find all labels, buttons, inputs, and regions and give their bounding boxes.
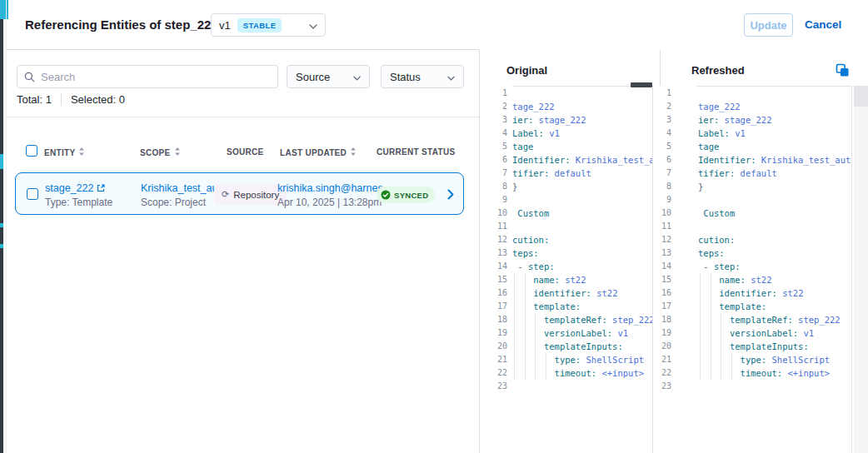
code-token: <+input>: [596, 368, 644, 378]
refreshed-code-editor[interactable]: 12tage_2223ier: stage_2224Label: v15tage…: [658, 87, 851, 453]
column-last-updated[interactable]: LAST UPDATED: [280, 147, 357, 157]
code-token: Identifier:: [512, 155, 571, 165]
indent-guide: [721, 313, 721, 326]
indent-guide: [721, 366, 721, 380]
line-number: 10: [658, 207, 671, 220]
update-button[interactable]: Update: [744, 13, 793, 37]
sort-icon[interactable]: [174, 147, 181, 157]
line-number: 18: [486, 313, 507, 326]
code-token: [698, 301, 719, 311]
line-number: 12: [658, 233, 671, 246]
line-number: 18: [658, 313, 671, 326]
entity-link[interactable]: stage_222: [45, 182, 105, 194]
background-app-accent: [0, 0, 8, 19]
code-token: [698, 275, 719, 285]
chevron-right-icon[interactable]: [443, 187, 458, 202]
updated-at: Apr 10, 2025 | 13:28pm: [277, 197, 374, 208]
indent-guide: [525, 273, 526, 286]
code-line: 3ier: stage_222: [658, 113, 851, 127]
select-all-checkbox[interactable]: [26, 145, 37, 157]
code-token: stage_222: [533, 115, 586, 125]
refreshed-right-border: [851, 86, 852, 453]
line-number: 11: [658, 220, 671, 233]
code-line: 11: [658, 220, 851, 233]
code-token: ShellScript: [766, 355, 830, 365]
code-line: 2tage_222: [658, 100, 851, 113]
line-number: 1: [658, 87, 671, 100]
column-scope[interactable]: SCOPE: [140, 147, 181, 157]
status-filter[interactable]: Status: [381, 65, 464, 88]
code-token: name:: [533, 275, 560, 285]
code-token: step_222: [793, 315, 841, 325]
indent-guide: [700, 273, 701, 286]
chevron-down-icon: [353, 71, 361, 83]
line-number: 20: [486, 340, 507, 353]
entity-type: Type: Template: [45, 197, 112, 208]
updated-by-link[interactable]: krishika.singh@harnes...: [277, 182, 392, 194]
background-nav-mark: [0, 223, 3, 227]
line-number: 21: [486, 353, 507, 366]
indent-guide: [535, 340, 536, 353]
code-line: 16 identifier: st22: [658, 286, 851, 300]
line-number: 9: [658, 193, 671, 207]
code-token: [512, 275, 533, 285]
code-token: step:: [528, 261, 555, 271]
line-number: 6: [486, 153, 507, 167]
indent-guide: [535, 353, 536, 366]
indent-guide: [700, 353, 701, 366]
line-number: 22: [486, 366, 507, 380]
referencing-entities-dialog: Referencing Entities of step_222 v1 STAB…: [0, 0, 868, 453]
column-entity[interactable]: ENTITY: [44, 147, 85, 157]
indent-guide: [711, 326, 711, 340]
copy-icon[interactable]: [835, 63, 850, 78]
code-token: type:: [741, 355, 767, 365]
code-token: v1: [544, 128, 560, 138]
line-number: 8: [486, 180, 507, 193]
line-number: 17: [658, 300, 671, 313]
original-code-editor[interactable]: 12tage_2223ier: stage_2224Label: v15tage…: [486, 87, 652, 453]
indent-guide: [525, 286, 526, 300]
code-line: 1: [658, 87, 851, 100]
vertical-scrollbar-track[interactable]: [854, 86, 868, 453]
code-token: Label:: [512, 128, 544, 138]
code-token: name:: [719, 275, 746, 285]
version-select[interactable]: v1 STABLE: [211, 13, 326, 37]
indent-guide: [700, 313, 701, 326]
line-number: 12: [486, 233, 507, 246]
line-number: 19: [486, 326, 507, 340]
indent-guide: [700, 366, 701, 380]
code-token: [512, 368, 555, 378]
table-row[interactable]: stage_222 Type: Template Krishika_test_a…: [15, 172, 464, 215]
code-line: 4Label: v1: [486, 127, 652, 140]
original-panel-title: Original: [506, 64, 547, 77]
code-line: 15 name: st22: [658, 273, 851, 286]
search-box[interactable]: [17, 65, 278, 88]
version-value: v1: [219, 19, 231, 32]
refreshed-panel-title: Refreshed: [691, 64, 745, 77]
code-token: -: [698, 261, 714, 271]
vertical-scrollbar-thumb[interactable]: [854, 86, 868, 107]
code-token: v1: [798, 328, 814, 338]
indent-guide: [711, 273, 711, 286]
external-link-icon: [97, 184, 105, 192]
indent-guide: [535, 313, 536, 326]
code-line: 10 Custom: [658, 207, 851, 220]
row-checkbox[interactable]: [27, 188, 38, 200]
code-line: 21 type: ShellScript: [486, 353, 652, 366]
code-token: v1: [612, 328, 628, 338]
search-input[interactable]: [41, 71, 271, 83]
chevron-down-icon: [447, 71, 455, 83]
sort-icon[interactable]: [350, 147, 357, 157]
line-number: 2: [658, 100, 671, 113]
indent-guide: [731, 353, 732, 366]
indent-guide: [514, 366, 515, 380]
code-token: [698, 288, 719, 298]
cancel-button[interactable]: Cancel: [805, 18, 841, 31]
sort-icon[interactable]: [78, 147, 85, 157]
indent-guide: [711, 313, 711, 326]
code-token: timeout:: [741, 368, 783, 378]
code-token: template:: [719, 301, 766, 311]
line-number: 14: [486, 260, 507, 273]
code-token: ier:: [512, 115, 533, 125]
source-filter[interactable]: Source: [287, 65, 370, 88]
